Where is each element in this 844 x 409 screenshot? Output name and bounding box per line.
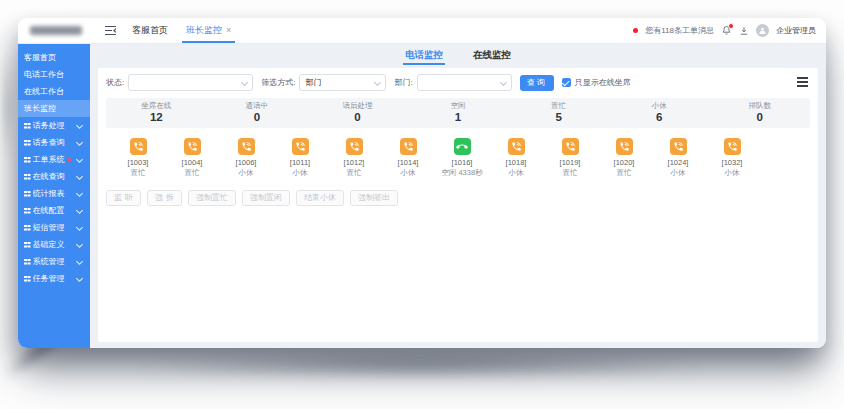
agent-card-3[interactable]: [1006]小休 xyxy=(219,138,273,178)
action-button-2[interactable]: 强拆 xyxy=(147,190,182,206)
monitor-tab-2[interactable]: 在线监控 xyxy=(471,44,513,66)
agent-card-5[interactable]: [1012]置忙 xyxy=(327,138,381,178)
sidebar-item-label: 统计报表 xyxy=(33,188,65,199)
agent-id: [1003] xyxy=(111,158,165,167)
window-tab-bar: 客服首页班长监控× xyxy=(131,18,232,43)
agent-id: [1006] xyxy=(219,158,273,167)
phone-busy-icon xyxy=(562,138,579,155)
sidebar-item-10[interactable]: 在线配置 xyxy=(18,202,90,219)
agent-id: [1014] xyxy=(381,158,435,167)
agent-status: 置忙 xyxy=(327,168,381,178)
stat-label: 通话中 xyxy=(207,101,308,110)
phone-busy-icon xyxy=(130,138,147,155)
chevron-down-icon xyxy=(76,156,83,163)
method-select[interactable]: 部门 xyxy=(299,74,386,91)
window-tab-1[interactable]: 客服首页 xyxy=(131,18,169,43)
agent-id: [1004] xyxy=(165,158,219,167)
chevron-down-icon xyxy=(374,79,381,86)
chevron-down-icon xyxy=(241,79,248,86)
agent-card-11[interactable]: [1024]小休 xyxy=(651,138,705,178)
sidebar-item-11[interactable]: 短信管理 xyxy=(18,219,90,236)
sidebar-item-13[interactable]: 系统管理 xyxy=(18,253,90,270)
status-select[interactable] xyxy=(128,74,253,91)
sidebar-collapse-icon[interactable] xyxy=(104,25,117,36)
agent-card-10[interactable]: [1020]置忙 xyxy=(597,138,651,178)
agent-status: 小休 xyxy=(705,168,759,178)
avatar[interactable] xyxy=(756,24,769,37)
action-button-3[interactable]: 强制置忙 xyxy=(188,190,236,206)
sidebar-item-12[interactable]: 基础定义 xyxy=(18,236,90,253)
sidebar-item-3[interactable]: 在线工作台 xyxy=(18,83,90,100)
agent-card-8[interactable]: [1018]小休 xyxy=(489,138,543,178)
stat-value: 0 xyxy=(709,111,810,124)
agent-status: 置忙 xyxy=(597,168,651,178)
agent-card-1[interactable]: [1003]置忙 xyxy=(111,138,165,178)
agent-card-12[interactable]: [1032]小休 xyxy=(705,138,759,178)
menu-grid-icon xyxy=(24,174,27,177)
online-only-checkbox[interactable] xyxy=(562,78,571,87)
chevron-down-icon xyxy=(76,122,83,129)
action-button-5[interactable]: 结束小休 xyxy=(296,190,344,206)
sidebar-item-label: 在线工作台 xyxy=(24,86,64,97)
menu-grid-icon xyxy=(24,276,27,279)
sidebar-item-1[interactable]: 客服首页 xyxy=(18,49,90,66)
agent-id: [1019] xyxy=(543,158,597,167)
agent-id: [1016] xyxy=(435,158,489,167)
monitor-tab-1[interactable]: 电话监控 xyxy=(403,44,445,66)
list-view-icon[interactable] xyxy=(797,77,808,79)
notification-dot xyxy=(633,28,638,33)
sidebar-item-8[interactable]: 在线查询 xyxy=(18,168,90,185)
dept-select[interactable] xyxy=(417,74,512,91)
filter-row: 状态: 筛选方式: 部门 部门: 查询 只显示在线坐席 xyxy=(106,74,810,91)
app-logo xyxy=(30,26,82,35)
action-button-6[interactable]: 强制签出 xyxy=(350,190,398,206)
agent-id: [1032] xyxy=(705,158,759,167)
phone-busy-icon xyxy=(400,138,417,155)
sidebar-item-label: 电话工作台 xyxy=(24,69,64,80)
sidebar-item-4[interactable]: 班长监控 xyxy=(18,100,90,117)
window-tab-label: 客服首页 xyxy=(132,24,168,37)
sidebar-item-5[interactable]: 话务处理 xyxy=(18,117,90,134)
stat-value: 1 xyxy=(408,111,509,124)
phone-busy-icon xyxy=(616,138,633,155)
stat-label: 空闲 xyxy=(408,101,509,110)
download-icon[interactable] xyxy=(739,26,749,36)
sidebar-item-label: 在线查询 xyxy=(33,171,65,182)
agent-card-9[interactable]: [1019]置忙 xyxy=(543,138,597,178)
action-button-1[interactable]: 监听 xyxy=(106,190,141,206)
method-filter-label: 筛选方式: xyxy=(261,77,295,88)
stat-value: 6 xyxy=(609,111,710,124)
search-button[interactable]: 查询 xyxy=(520,75,554,91)
sidebar-item-14[interactable]: 任务管理 xyxy=(18,270,90,287)
agent-status: 置忙 xyxy=(165,168,219,178)
phone-idle-icon xyxy=(454,138,471,155)
agent-status: 小休 xyxy=(219,168,273,178)
sidebar-item-6[interactable]: 话务查询 xyxy=(18,134,90,151)
bell-icon[interactable] xyxy=(721,25,732,36)
action-button-4[interactable]: 强制置闲 xyxy=(242,190,290,206)
stat-value: 12 xyxy=(106,111,207,124)
bell-badge-dot xyxy=(728,23,734,29)
agent-card-7[interactable]: [1016]空闲 4338秒 xyxy=(435,138,489,178)
agent-status: 空闲 4338秒 xyxy=(435,168,489,178)
menu-grid-icon xyxy=(24,259,27,262)
window-tab-label: 班长监控 xyxy=(186,24,222,37)
agent-status: 小休 xyxy=(381,168,435,178)
tab-close-icon[interactable]: × xyxy=(226,26,231,35)
agent-card-4[interactable]: [1011]小休 xyxy=(273,138,327,178)
chevron-down-icon xyxy=(76,207,83,214)
chevron-down-icon xyxy=(76,258,83,265)
agent-card-6[interactable]: [1014]小休 xyxy=(381,138,435,178)
window-tab-2[interactable]: 班长监控× xyxy=(185,18,232,43)
menu-grid-icon xyxy=(24,157,27,160)
sidebar-item-7[interactable]: 工单系统 xyxy=(18,151,90,168)
workorder-message[interactable]: 您有118条工单消息 xyxy=(645,25,714,36)
agent-card-2[interactable]: [1004]置忙 xyxy=(165,138,219,178)
sidebar-item-2[interactable]: 电话工作台 xyxy=(18,66,90,83)
stats-bar: 坐席在线12通话中0话后处理0空闲1置忙5小休6排队数0 xyxy=(106,98,810,128)
sidebar-item-label: 工单系统 xyxy=(33,154,65,165)
sidebar-item-label: 班长监控 xyxy=(24,103,56,114)
shadow-smudge-left xyxy=(4,52,11,162)
sidebar-item-9[interactable]: 统计报表 xyxy=(18,185,90,202)
username-label[interactable]: 企业管理员 xyxy=(776,25,816,36)
